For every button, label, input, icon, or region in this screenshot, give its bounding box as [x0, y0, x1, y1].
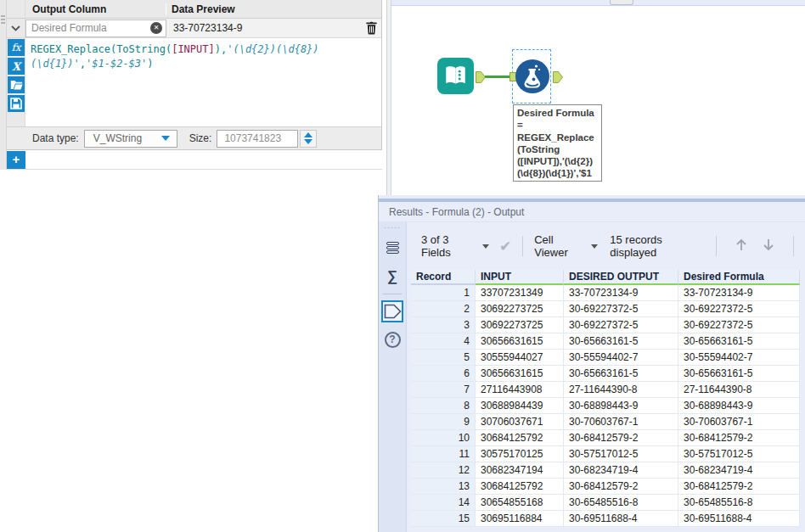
data-cell[interactable]: 30-65663161-5: [678, 333, 800, 350]
data-cell[interactable]: 27116443908: [476, 382, 564, 398]
column-header[interactable]: INPUT: [476, 270, 564, 285]
data-cell[interactable]: 30575170125: [476, 446, 564, 462]
record-cell[interactable]: 6: [411, 366, 476, 382]
table-row[interactable]: 113057517012530-57517012-530-57517012-5: [411, 446, 800, 462]
data-cell[interactable]: 30-68412579-2: [678, 479, 800, 495]
data-cell[interactable]: 30-68898443-9: [678, 398, 800, 414]
data-cell[interactable]: 33-70723134-9: [678, 285, 800, 301]
record-cell[interactable]: 7: [411, 382, 476, 398]
data-cell[interactable]: 30656631615: [476, 366, 564, 382]
formula-tool[interactable]: [515, 59, 549, 93]
record-cell[interactable]: 14: [411, 495, 476, 511]
data-cell[interactable]: 30-68234719-4: [564, 462, 678, 479]
data-cell[interactable]: 30656631615: [476, 333, 564, 350]
connection-view-button[interactable]: [381, 300, 403, 322]
data-cell[interactable]: 30-69511688-4: [678, 511, 800, 527]
record-cell[interactable]: 11: [411, 446, 476, 462]
record-cell[interactable]: 5: [411, 350, 476, 366]
clear-field-icon[interactable]: ✕: [150, 22, 162, 34]
data-cell[interactable]: 30695116884: [476, 511, 564, 527]
save-expression-button[interactable]: [8, 95, 25, 112]
data-cell[interactable]: 30-69227372-5: [678, 301, 800, 317]
workflow-canvas[interactable]: Desired Formula= REGEX_Replace(ToString(…: [391, 0, 805, 199]
data-cell[interactable]: 30-65663161-5: [678, 366, 800, 382]
panel-grip-strip[interactable]: [0, 0, 7, 170]
delete-expression-button[interactable]: [361, 21, 381, 35]
record-cell[interactable]: 10: [411, 430, 476, 446]
output-column-name-input[interactable]: [26, 22, 150, 34]
record-cell[interactable]: 9: [411, 414, 476, 430]
data-cell[interactable]: 30-55594402-7: [678, 350, 800, 366]
formula-tool-output-anchor[interactable]: [553, 71, 563, 86]
table-row[interactable]: 53055594402730-55594402-730-55594402-7: [411, 350, 800, 366]
record-cell[interactable]: 3: [411, 317, 476, 333]
data-cell[interactable]: 30654855168: [476, 495, 564, 511]
data-cell[interactable]: 30-69227372-5: [564, 301, 678, 317]
tool-annotation[interactable]: Desired Formula= REGEX_Replace(ToString(…: [513, 104, 602, 182]
data-cell[interactable]: 33707231349: [476, 285, 564, 301]
data-cell[interactable]: 30555944027: [476, 350, 564, 366]
table-row[interactable]: 23069227372530-69227372-530-69227372-5: [411, 301, 800, 317]
fields-dropdown[interactable]: 3 of 3 Fields: [421, 233, 489, 259]
data-cell[interactable]: 30-70603767-1: [678, 414, 800, 430]
table-row[interactable]: 143065485516830-65485516-830-65485516-8: [411, 495, 800, 511]
data-cell[interactable]: 30-65663161-5: [564, 366, 678, 382]
expression-code[interactable]: REGEX_Replace(ToString([INPUT]),'(\d{2})…: [25, 38, 381, 126]
table-row[interactable]: 83068898443930-68898443-930-68898443-9: [411, 398, 800, 414]
record-cell[interactable]: 15: [411, 511, 476, 527]
output-column-name-field[interactable]: ✕: [25, 20, 166, 37]
data-cell[interactable]: 30692273725: [476, 317, 564, 333]
table-row[interactable]: 33069227372530-69227372-530-69227372-5: [411, 317, 800, 333]
table-view-button[interactable]: [381, 237, 403, 259]
metadata-view-button[interactable]: ∑: [381, 265, 403, 287]
data-cell[interactable]: 30-65485516-8: [678, 495, 800, 511]
data-cell[interactable]: 30684125792: [476, 479, 564, 495]
data-cell[interactable]: 30-70603767-1: [564, 414, 678, 430]
data-cell[interactable]: 27-11644390-8: [678, 382, 800, 398]
apply-check-icon[interactable]: ✔: [499, 238, 511, 255]
data-cell[interactable]: 30682347194: [476, 462, 564, 479]
record-cell[interactable]: 12: [411, 462, 476, 479]
table-row[interactable]: 153069511688430-69511688-430-69511688-4: [411, 511, 800, 527]
data-cell[interactable]: 30706037671: [476, 414, 564, 430]
data-cell[interactable]: 30-68412579-2: [678, 430, 800, 446]
grip-icon[interactable]: ·····: [384, 224, 401, 231]
column-header[interactable]: Desired Formula: [678, 270, 800, 285]
data-cell[interactable]: 30-69227372-5: [678, 317, 800, 333]
data-cell[interactable]: 30-65663161-5: [564, 333, 678, 350]
scroll-up-button[interactable]: [735, 238, 748, 255]
add-expression-button[interactable]: +: [7, 151, 25, 169]
data-cell[interactable]: 30-68898443-9: [564, 398, 678, 414]
table-row[interactable]: 133068412579230-68412579-230-68412579-2: [411, 479, 800, 495]
record-cell[interactable]: 8: [411, 398, 476, 414]
table-row[interactable]: 72711644390827-11644390-827-11644390-8: [411, 382, 800, 398]
size-input[interactable]: [217, 131, 297, 147]
record-cell[interactable]: 1: [411, 285, 476, 301]
collapse-expression-button[interactable]: [7, 19, 25, 37]
data-cell[interactable]: 30-57517012-5: [564, 446, 678, 462]
data-cell[interactable]: 30-68412579-2: [564, 479, 678, 495]
data-cell[interactable]: 30688984439: [476, 398, 564, 414]
data-cell[interactable]: 30-69511688-4: [564, 511, 678, 527]
data-type-select[interactable]: V_WString: [84, 130, 177, 148]
data-cell[interactable]: 30-57517012-5: [678, 446, 800, 462]
table-row[interactable]: 123068234719430-68234719-430-68234719-4: [411, 462, 800, 479]
data-cell[interactable]: 30684125792: [476, 430, 564, 446]
record-cell[interactable]: 13: [411, 479, 476, 495]
data-cell[interactable]: 33-70723134-9: [564, 285, 678, 301]
size-stepper[interactable]: [300, 130, 317, 148]
record-cell[interactable]: 2: [411, 301, 476, 317]
variables-button[interactable]: X: [8, 58, 25, 75]
data-cell[interactable]: 30-68234719-4: [678, 462, 800, 479]
data-cell[interactable]: 30-69227372-5: [564, 317, 678, 333]
input-tool-output-anchor[interactable]: [476, 71, 486, 86]
table-row[interactable]: 63065663161530-65663161-530-65663161-5: [411, 366, 800, 382]
data-cell[interactable]: 27-11644390-8: [564, 382, 678, 398]
open-expression-button[interactable]: [8, 76, 25, 93]
data-cell[interactable]: 30-68412579-2: [564, 430, 678, 446]
column-header[interactable]: DESIRED OUTPUT: [564, 270, 678, 285]
functions-button[interactable]: fx: [8, 39, 25, 56]
column-header[interactable]: Record: [411, 270, 476, 285]
scroll-down-button[interactable]: [762, 238, 775, 255]
cell-viewer-dropdown[interactable]: Cell Viewer: [534, 233, 598, 259]
